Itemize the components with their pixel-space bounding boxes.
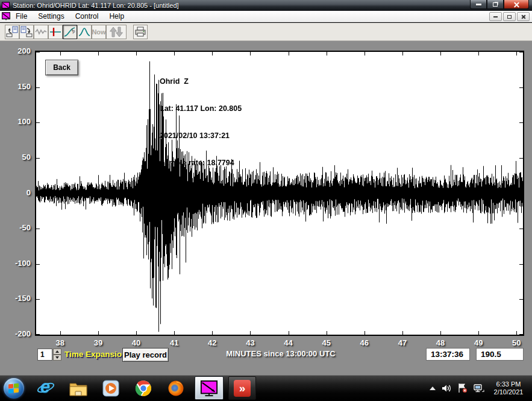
mdi-window-controls — [489, 12, 530, 21]
annotation-station: Ohrid Z — [160, 77, 242, 86]
desktop-screen: Station: Ohrid/OHRID Lat: 41.117 Lon: 20… — [0, 0, 532, 401]
time-expansion-label: Time Expansion — [64, 350, 127, 359]
spinner-up-button[interactable] — [53, 349, 61, 355]
tray-time: 6:33 PM — [490, 380, 527, 388]
internet-explorer-icon: e — [37, 379, 55, 397]
amaseis-child-icon — [2, 12, 10, 21]
firefox-button[interactable] — [165, 377, 187, 399]
travel-time-curve-button[interactable]: p — [63, 25, 77, 39]
svg-text:p: p — [73, 29, 75, 34]
save-to-file-button[interactable] — [19, 25, 34, 39]
trace-annotation: Ohrid Z Lat: 41.117 Lon: 20.805 2021/02/… — [160, 59, 242, 213]
y-tick-label: -100 — [15, 259, 31, 268]
tray-date: 2/10/2021 — [490, 388, 527, 396]
x-tick-label: 44 — [278, 338, 299, 347]
amaseis-taskbar-button[interactable] — [195, 376, 224, 400]
now-button[interactable]: Now — [92, 25, 106, 39]
play-record-button[interactable]: Play record — [122, 348, 169, 362]
folder-icon — [69, 380, 87, 396]
up-down-arrows-icon — [108, 26, 125, 38]
restore-icon — [493, 2, 498, 7]
close-icon — [513, 1, 520, 8]
chrome-icon — [135, 380, 152, 397]
time-expansion-value[interactable]: 1 — [37, 349, 52, 361]
cursor-value-display: 190.5 — [476, 348, 524, 361]
restore-button[interactable] — [487, 0, 504, 9]
x-tick-label: 47 — [392, 338, 413, 347]
y-tick-label: 50 — [22, 153, 31, 162]
window-title: Station: Ohrid/OHRID Lat: 41.117 Lon: 20… — [13, 2, 179, 9]
x-tick-label: 38 — [50, 338, 70, 347]
show-hidden-icons-button[interactable] — [430, 387, 436, 390]
action-center-flag-icon[interactable] — [457, 383, 468, 393]
print-button[interactable] — [133, 25, 148, 39]
window-controls — [470, 0, 529, 9]
screen-recorder-icon: » — [234, 380, 251, 397]
minimize-icon — [476, 4, 481, 5]
y-tick-label: 100 — [17, 117, 31, 126]
menu-control[interactable]: Control — [70, 11, 104, 21]
document-arrow-up-icon — [6, 26, 18, 38]
title-bar: Station: Ohrid/OHRID Lat: 41.117 Lon: 20… — [0, 0, 532, 11]
minimize-button[interactable] — [470, 0, 487, 9]
pick-marker-icon — [49, 26, 61, 38]
pick-arrival-button[interactable] — [48, 25, 63, 39]
annotation-filtering: No filtering — [160, 186, 242, 195]
view-helicorder-button[interactable] — [34, 25, 48, 39]
screen-recorder-taskbar-button[interactable]: » — [228, 376, 256, 400]
y-axis-labels: 200150100500-50-100-150-200 — [0, 41, 33, 375]
x-tick-label: 49 — [468, 338, 489, 347]
x-tick-label: 45 — [316, 338, 337, 347]
close-button[interactable] — [504, 0, 529, 9]
y-tick-label: 0 — [27, 188, 31, 197]
menu-help[interactable]: Help — [104, 11, 130, 21]
mdi-restore-button[interactable] — [503, 12, 516, 21]
tool-bar: p Now — [0, 23, 532, 41]
media-player-button[interactable] — [100, 377, 122, 399]
taskbar: e — [0, 375, 532, 401]
x-tick-label: 39 — [88, 338, 108, 347]
chevron-down-icon — [55, 356, 59, 359]
start-button[interactable] — [4, 378, 24, 399]
time-expansion-spinner — [53, 349, 61, 361]
annotation-latlon: Lat: 41.117 Lon: 20.805 — [160, 104, 242, 113]
extract-to-file-button[interactable] — [5, 25, 19, 39]
y-tick-label: -50 — [19, 223, 31, 232]
network-icon[interactable] — [473, 384, 484, 393]
document-arrow-down-icon — [20, 26, 33, 38]
menu-file[interactable]: File — [10, 11, 33, 21]
mdi-minimize-button[interactable] — [489, 12, 502, 21]
seismogram-panel: Back Ohrid Z Lat: 41.117 Lon: 20.805 202… — [0, 41, 532, 375]
menu-settings[interactable]: Settings — [33, 11, 69, 21]
travel-time-curve-icon: p — [64, 26, 76, 38]
y-tick-label: 200 — [17, 46, 31, 55]
mdi-restore-icon — [507, 15, 512, 19]
plot-area: Back Ohrid Z Lat: 41.117 Lon: 20.805 202… — [35, 51, 524, 336]
y-tick-label: -200 — [15, 329, 31, 338]
x-tick-label: 41 — [164, 338, 184, 347]
spinner-down-button[interactable] — [53, 355, 61, 361]
seismogram-canvas[interactable] — [36, 52, 523, 335]
back-button[interactable]: Back — [45, 60, 78, 75]
x-tick-label: 43 — [240, 338, 260, 347]
x-tick-label: 40 — [126, 338, 146, 347]
printer-icon — [134, 26, 146, 38]
scroll-up-down-button[interactable] — [106, 25, 127, 39]
chevron-up-icon — [55, 350, 59, 353]
y-tick-label: 150 — [17, 82, 31, 91]
chrome-button[interactable] — [133, 377, 154, 399]
x-tick-label: 50 — [506, 338, 527, 347]
x-tick-label: 48 — [430, 338, 451, 347]
file-explorer-button[interactable] — [67, 377, 89, 399]
mdi-close-button[interactable] — [517, 12, 530, 21]
volume-icon[interactable] — [441, 384, 452, 393]
bell-curve-icon — [78, 26, 90, 38]
taskbar-clock[interactable]: 6:33 PM 2/10/2021 — [490, 380, 527, 396]
now-button-label: Now — [92, 28, 105, 36]
y-tick-label: -150 — [15, 294, 31, 303]
x-axis-caption: MINUTES since 13:00:00 UTC — [214, 349, 348, 358]
mdi-minimize-icon — [493, 16, 498, 17]
filter-button[interactable] — [77, 25, 92, 39]
amaseis-icon — [200, 379, 218, 397]
internet-explorer-button[interactable]: e — [35, 377, 57, 399]
